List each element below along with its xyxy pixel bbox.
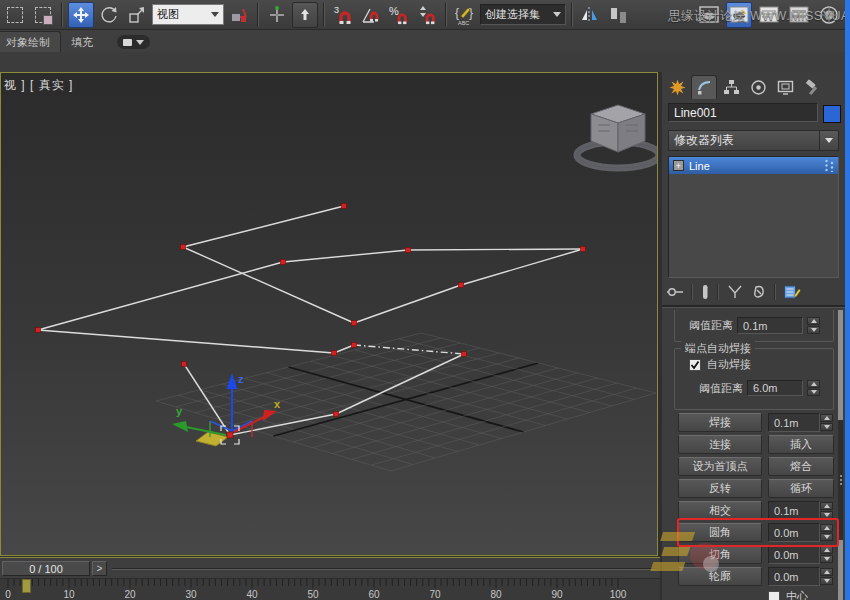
panel-scrollbar-thumb[interactable] <box>838 420 843 540</box>
percent-snap-toggle-button[interactable]: % <box>386 2 412 28</box>
pin-stack-icon[interactable] <box>666 284 684 300</box>
fillet-spinner[interactable] <box>820 524 833 541</box>
remove-modifier-icon[interactable] <box>751 284 767 300</box>
tab-modify[interactable] <box>691 75 717 99</box>
configure-modifier-sets-icon[interactable] <box>783 284 801 300</box>
stack-item-line[interactable]: + Line <box>669 157 838 174</box>
reverse-button[interactable]: 反转 <box>678 479 762 498</box>
select-manipulate-button[interactable] <box>264 2 290 28</box>
spinner-down-button[interactable] <box>820 511 833 519</box>
make-first-button[interactable]: 设为首顶点 <box>678 457 762 476</box>
spinner-up-button[interactable] <box>820 524 833 532</box>
spinner-up-button[interactable] <box>807 380 820 388</box>
rendered-frame-window-button[interactable] <box>726 2 752 28</box>
connect-button[interactable]: 连接 <box>678 435 762 454</box>
snap-toggle-3d-button[interactable]: 3 <box>330 2 356 28</box>
chamfer-field[interactable]: 0.0m <box>768 545 820 564</box>
tab-object-paint[interactable]: 对象绘制 <box>0 31 61 52</box>
viewcube[interactable] <box>577 105 657 168</box>
spinner-up-button[interactable] <box>820 546 833 554</box>
tab-display[interactable] <box>772 75 798 99</box>
fuse-button[interactable]: 熔合 <box>768 457 834 476</box>
use-center-flyout-button[interactable] <box>226 2 252 28</box>
time-slider-track[interactable] <box>112 568 656 570</box>
svg-text:{: { <box>455 6 459 20</box>
track-bar-ruler[interactable]: 0102030405060708090100 <box>0 578 660 600</box>
spinner-up-button[interactable] <box>807 317 820 325</box>
weld-value-field[interactable]: 0.1m <box>768 413 820 432</box>
render-setup-button[interactable] <box>696 2 722 28</box>
spinner-down-button[interactable] <box>807 389 820 397</box>
make-unique-icon[interactable] <box>726 284 744 300</box>
select-rotate-button[interactable] <box>96 2 122 28</box>
keyboard-shortcut-toggle-button[interactable] <box>292 2 318 28</box>
auto-weld-checkbox[interactable] <box>689 359 701 371</box>
threshold-top-field[interactable]: 0.1m <box>737 317 803 334</box>
window-crossing-icon[interactable] <box>30 2 56 28</box>
insert-button[interactable]: 插入 <box>768 435 834 454</box>
spinner-down-button[interactable] <box>820 555 833 563</box>
threshold-top-spinner[interactable] <box>807 317 820 334</box>
cross-insert-field[interactable]: 0.1m <box>768 501 820 520</box>
ribbon-minimize-button[interactable] <box>117 35 150 49</box>
spinner-up-button[interactable] <box>820 414 833 422</box>
chevron-down-icon <box>553 12 561 17</box>
angle-snap-toggle-button[interactable] <box>358 2 384 28</box>
cross-insert-spinner[interactable] <box>820 502 833 519</box>
spinner-down-button[interactable] <box>807 326 820 334</box>
spinner-up-button[interactable] <box>820 502 833 510</box>
tab-hierarchy[interactable] <box>718 75 744 99</box>
cross-insert-button[interactable]: 相交 <box>678 501 762 520</box>
spinner-up-button[interactable] <box>820 568 833 576</box>
show-end-result-icon[interactable] <box>700 284 710 300</box>
outline-button[interactable]: 轮廓 <box>678 567 762 586</box>
perspective-viewport[interactable]: y x z 视 ] [ 真实 ] <box>0 72 658 556</box>
line001-spline[interactable] <box>36 204 586 438</box>
spinner-snap-toggle-button[interactable] <box>414 2 440 28</box>
chamfer-spinner[interactable] <box>820 546 833 563</box>
spinner-down-button[interactable] <box>820 533 833 541</box>
tab-populate[interactable]: 填充 <box>61 32 103 52</box>
center-checkbox[interactable] <box>768 591 780 600</box>
x-axis-label: x <box>274 398 281 410</box>
outline-field[interactable]: 0.0m <box>768 567 820 586</box>
panel-scrollbar[interactable] <box>838 310 843 600</box>
fillet-field[interactable]: 0.0m <box>768 523 820 542</box>
render-button[interactable] <box>816 2 842 28</box>
named-selection-set-dropdown[interactable]: 创建选择集 <box>480 4 566 25</box>
time-slider-handle[interactable] <box>22 579 31 593</box>
expand-icon[interactable]: + <box>673 160 684 171</box>
selection-set-value: 创建选择集 <box>485 7 547 22</box>
select-scale-button[interactable] <box>124 2 150 28</box>
render-frame-button[interactable] <box>756 2 782 28</box>
threshold-field[interactable]: 6.0m <box>747 380 803 396</box>
cycle-button[interactable]: 循环 <box>768 479 834 498</box>
fillet-button[interactable]: 圆角 <box>678 523 762 542</box>
next-frame-button[interactable]: > <box>92 561 107 576</box>
modifier-stack[interactable]: + Line <box>668 156 839 278</box>
tab-utilities[interactable] <box>799 75 825 99</box>
ruler-tick-label: 70 <box>429 589 440 600</box>
weld-button[interactable]: 焊接 <box>678 413 762 432</box>
modifier-list-dropdown[interactable]: 修改器列表 <box>668 130 839 151</box>
align-button[interactable] <box>606 2 632 28</box>
tab-motion[interactable] <box>745 75 771 99</box>
tab-create[interactable] <box>664 75 690 99</box>
current-frame-display[interactable]: 0 / 100 <box>2 561 90 576</box>
selection-region-icon[interactable] <box>2 2 28 28</box>
select-move-button[interactable] <box>68 2 94 28</box>
render-production-list-button[interactable] <box>786 2 812 28</box>
spinner-down-button[interactable] <box>820 423 833 431</box>
mirror-button[interactable] <box>578 2 604 28</box>
edit-named-selection-button[interactable]: { } ABC <box>452 2 478 28</box>
object-color-swatch[interactable] <box>823 105 841 123</box>
spinner-down-button[interactable] <box>820 577 833 585</box>
outline-spinner[interactable] <box>820 568 833 585</box>
weld-spinner[interactable] <box>820 414 833 431</box>
stack-toolbar-separator <box>774 284 776 300</box>
reference-coordinate-dropdown[interactable]: 视图 <box>152 4 224 25</box>
threshold-spinner[interactable] <box>807 380 820 396</box>
chamfer-button[interactable]: 切角 <box>678 545 762 564</box>
viewport-label[interactable]: 视 ] [ 真实 ] <box>4 77 73 94</box>
object-name-field[interactable]: Line001 <box>668 103 818 122</box>
